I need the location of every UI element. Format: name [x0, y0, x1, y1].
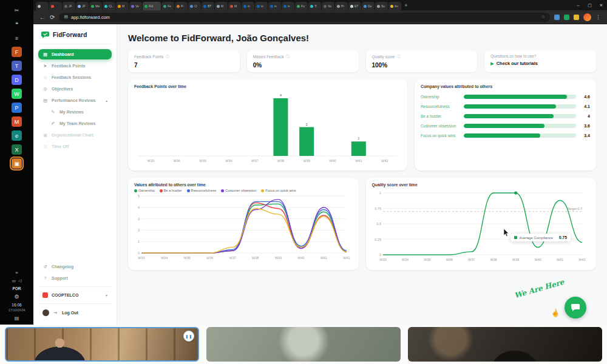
display-icon[interactable]: ▭ [12, 278, 16, 283]
tab-favicon-icon [337, 5, 340, 8]
bookmark-star-icon[interactable]: ☆ [541, 15, 545, 19]
settings-icon[interactable]: ⚙ [14, 294, 19, 300]
browser-tab[interactable]: JF [76, 2, 89, 10]
browser-tab[interactable]: Fi [175, 2, 188, 10]
browser-tab[interactable] [36, 2, 49, 10]
value-bar-track [464, 104, 576, 109]
participant-video-3[interactable] [408, 327, 602, 362]
extension-icon[interactable] [564, 15, 569, 20]
tab-favicon-icon [78, 5, 81, 8]
sidebar-item-support[interactable]: ?Support [38, 273, 112, 283]
spreadsheet-app-icon[interactable]: X [12, 144, 22, 155]
minimize-button[interactable]: – [572, 0, 584, 10]
tab-favicon-icon [283, 5, 287, 8]
browser-tab[interactable]: An [388, 2, 401, 10]
browser-tab[interactable]: Vo [322, 2, 334, 10]
svg-text:W42: W42 [381, 159, 388, 163]
browser-tab[interactable]: Do [362, 2, 375, 10]
participant-video-1[interactable]: ❚❚ [5, 327, 199, 362]
org-name: COOPTELCO [52, 293, 78, 297]
browser-tab[interactable]: Pr [335, 2, 348, 10]
sidebar-item-performance-reviews[interactable]: ▤Performance Reviews▴ [38, 95, 112, 106]
browser-tab[interactable]: M [215, 2, 228, 10]
dashboard-icon: ▦ [42, 52, 48, 57]
maximize-button[interactable]: ▢ [584, 0, 595, 10]
svg-text:W38: W38 [490, 258, 497, 261]
org-switcher[interactable]: COOPTELCO▾ [38, 290, 112, 300]
new-tab-button[interactable]: + [402, 1, 410, 10]
svg-text:3: 3 [138, 217, 140, 221]
language-indicator[interactable]: POR [12, 286, 21, 291]
close-button[interactable]: ✕ [595, 0, 607, 10]
app-logo-text: FidForward [53, 32, 87, 38]
mail-app-icon[interactable]: M [12, 116, 22, 127]
browser-tab[interactable]: Cl [188, 2, 201, 10]
tab-favicon-icon [38, 5, 41, 8]
tray-expand-icon[interactable]: » [15, 270, 18, 275]
extension-icon[interactable] [574, 15, 579, 20]
sidebar-item-objectives[interactable]: ◎Objectives [38, 84, 112, 94]
browser-tab[interactable]: Me [89, 2, 102, 10]
svg-text:W37: W37 [468, 258, 475, 261]
tray-notes-icon[interactable]: ▤ [15, 315, 19, 321]
browser-tab[interactable]: in [255, 2, 268, 10]
browser-tab[interactable]: Vo [129, 2, 142, 10]
sidebar-item-dashboard[interactable]: ▦Dashboard [38, 49, 112, 59]
whatsapp-app-icon[interactable]: W [12, 89, 22, 99]
tab-label: JF [82, 4, 86, 8]
browser-tab[interactable]: Fid [143, 2, 161, 10]
files-app-icon[interactable]: ▣ [12, 158, 22, 169]
series-swatch-icon [514, 236, 517, 239]
profile-avatar[interactable] [583, 13, 591, 21]
photos-app-icon[interactable]: P [12, 103, 22, 113]
tab-favicon-icon [270, 5, 273, 8]
browser-tab[interactable]: M [116, 2, 129, 10]
edge-app-icon[interactable]: e [12, 130, 22, 141]
browser-tab[interactable]: JF [63, 2, 75, 10]
svg-text:W36: W36 [446, 258, 452, 261]
browser-tab[interactable]: Su [375, 2, 388, 10]
browser-tab[interactable]: in [282, 2, 294, 10]
sidebar-item-label: Objectives [52, 87, 73, 91]
volume-icon[interactable]: ◁ [18, 278, 21, 283]
address-bar[interactable]: ▤ app.fidforward.com ☆ [59, 13, 550, 22]
browser-menu-icon[interactable]: ⋮ [595, 14, 601, 20]
browser-tab[interactable]: M [228, 2, 241, 10]
back-button[interactable]: ← [39, 14, 46, 21]
pause-video-button[interactable]: ❚❚ [183, 331, 194, 342]
logout-button[interactable]: ➔Log Out [38, 307, 112, 318]
extension-icon[interactable] [554, 15, 560, 20]
sidebar-item-changelog[interactable]: ↺Changelog [38, 261, 112, 272]
sidebar-item-label: My Team Reviews [59, 121, 95, 126]
sidebar-item-my-team-reviews[interactable]: ✐My Team Reviews [46, 118, 112, 129]
svg-text:W41: W41 [355, 159, 362, 163]
sidebar-item-feedback-points[interactable]: ➤Feedback Points [38, 61, 112, 71]
browser-tab[interactable] [49, 2, 62, 10]
value-bar-fill [464, 133, 540, 138]
screenshot-tool-icon[interactable]: ✂ [12, 5, 22, 15]
browser-tab[interactable]: CL [103, 2, 115, 10]
browser-tab[interactable]: BT [202, 2, 214, 10]
browser-tab[interactable]: in [268, 2, 281, 10]
tab-label: JF [69, 4, 72, 8]
sidebar-item-my-reviews[interactable]: ✎My Reviews [46, 107, 112, 117]
tab-label: Fo [301, 4, 305, 8]
refresh-button[interactable]: ⟳ [50, 14, 55, 21]
browser-tab[interactable]: ET [348, 2, 361, 10]
chat-app-icon[interactable]: ❝ [12, 19, 22, 29]
browser-tab[interactable]: Fo [295, 2, 308, 10]
participant-video-2[interactable] [206, 327, 401, 362]
svg-text:2: 2 [306, 123, 308, 126]
browser-tab[interactable]: in [242, 2, 254, 10]
sidebar-item-feedback-sessions[interactable]: ☆Feedback Sessions [38, 72, 112, 83]
app-logo[interactable]: FidForward [38, 30, 112, 44]
notes-app-icon[interactable]: ≡ [12, 33, 22, 43]
discord-app-icon[interactable]: D [12, 75, 22, 85]
live-chat-button[interactable] [565, 297, 586, 318]
browser-toolbar: ← ⟳ ▤ app.fidforward.com ☆ ⋮ [33, 10, 607, 24]
browser-tab[interactable]: Fe [161, 2, 174, 10]
check-tutorials-link[interactable]: ▶Check our tutorials [490, 61, 590, 66]
browser-tab[interactable]: Ti [308, 2, 321, 10]
browser-app-icon[interactable]: F [12, 47, 22, 57]
teams-app-icon[interactable]: T [12, 61, 22, 71]
